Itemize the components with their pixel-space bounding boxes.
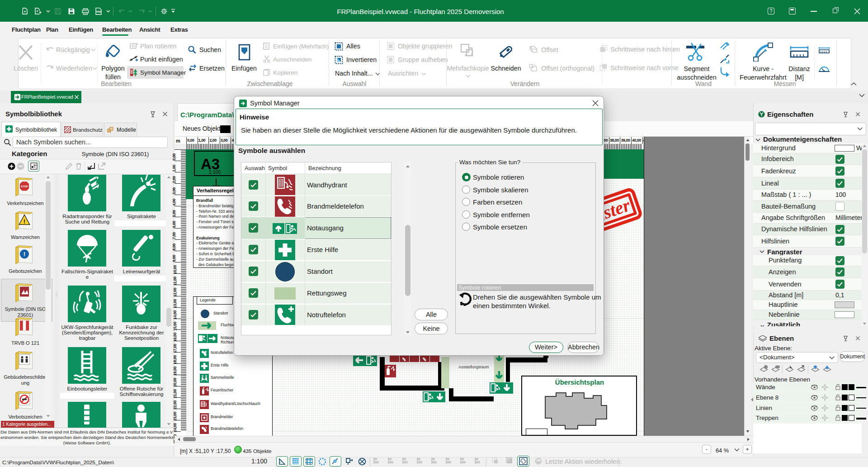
svg-text:1:100: 1:100 xyxy=(209,169,221,175)
svg-text:!: ! xyxy=(24,218,25,225)
svg-text:STOP: STOP xyxy=(21,185,28,188)
svg-text:PDF: PDF xyxy=(96,10,102,13)
svg-text:!: ! xyxy=(24,251,25,257)
